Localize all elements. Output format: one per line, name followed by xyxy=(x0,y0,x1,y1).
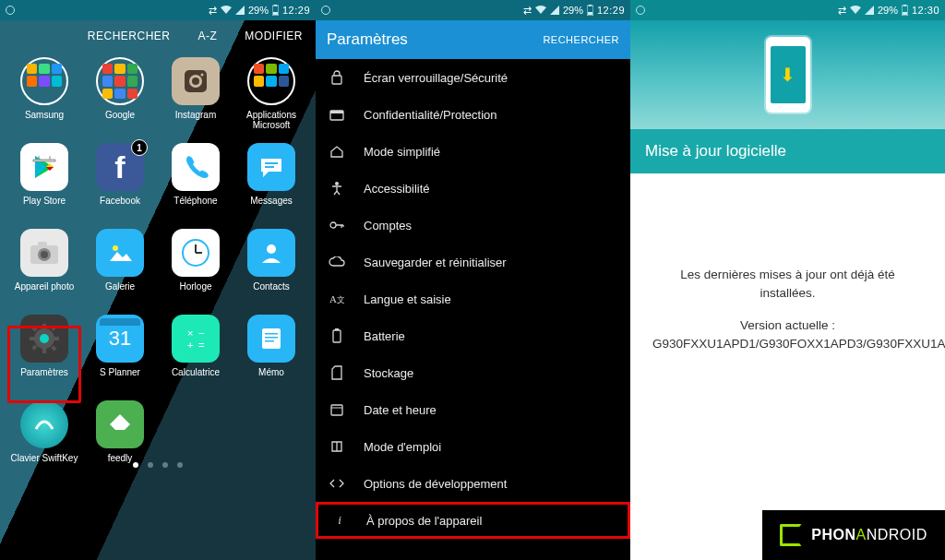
page-dot[interactable] xyxy=(148,462,153,468)
svg-rect-8 xyxy=(265,166,274,168)
page-indicator[interactable] xyxy=(0,462,316,468)
svg-rect-27 xyxy=(31,344,37,350)
feedly-icon xyxy=(96,400,144,448)
phone-illustration: ⬇ xyxy=(766,37,810,113)
app-phone[interactable]: Téléphone xyxy=(161,143,231,216)
settings-item-battery[interactable]: Batterie xyxy=(316,317,630,354)
app-label: Google xyxy=(105,110,135,130)
software-update-screen: ⇄ 29% 12:30 ⬇ Mise à jour logicielle Les… xyxy=(630,0,945,560)
battery-text: 29% xyxy=(563,5,583,16)
location-icon xyxy=(321,6,330,15)
app-facebook[interactable]: f 1 Facebook xyxy=(85,143,155,216)
gallery-icon xyxy=(96,229,144,277)
app-label: Horloge xyxy=(179,281,211,302)
settings-item-accounts[interactable]: Comptes xyxy=(316,207,630,244)
app-label: Samsung xyxy=(25,110,64,130)
app-settings[interactable]: Paramètres xyxy=(9,315,79,387)
svg-rect-39 xyxy=(332,76,341,84)
contacts-icon xyxy=(247,229,295,277)
svg-rect-2 xyxy=(273,12,278,15)
battery-icon xyxy=(587,5,593,16)
svg-rect-41 xyxy=(330,111,343,113)
status-time: 12:29 xyxy=(597,5,625,16)
app-memo[interactable]: Mémo xyxy=(236,315,306,387)
page-dot[interactable] xyxy=(133,462,138,468)
page-dot[interactable] xyxy=(162,462,168,468)
settings-search-link[interactable]: RECHERCHER xyxy=(543,34,619,45)
app-label: Calculatrice xyxy=(172,367,220,387)
svg-rect-33 xyxy=(265,333,278,335)
app-contacts[interactable]: Contacts xyxy=(236,229,306,302)
notification-badge: 1 xyxy=(131,139,148,156)
settings-item-lockscreen[interactable]: Écran verrouillage/Sécurité xyxy=(316,59,630,96)
svg-point-12 xyxy=(41,251,48,258)
battery-icon xyxy=(329,328,345,343)
app-messages[interactable]: Messages xyxy=(236,143,306,216)
drawer-search-link[interactable]: RECHERCHER xyxy=(88,30,171,42)
app-play-store[interactable]: Play Store xyxy=(9,143,79,216)
svg-point-42 xyxy=(335,182,339,185)
settings-item-label: Écran verrouillage/Sécurité xyxy=(364,71,508,85)
app-clock[interactable]: Horloge xyxy=(161,229,231,302)
app-label: Téléphone xyxy=(173,196,217,216)
calendar-icon xyxy=(329,403,345,416)
settings-item-manual[interactable]: Mode d'emploi xyxy=(316,428,630,465)
status-time: 12:29 xyxy=(282,5,310,16)
camera-icon xyxy=(20,229,68,277)
location-icon xyxy=(636,6,645,15)
svg-rect-20 xyxy=(42,324,46,329)
app-camera[interactable]: Appareil photo xyxy=(9,229,79,302)
battery-icon xyxy=(902,5,908,16)
settings-item-label: Batterie xyxy=(364,329,405,343)
settings-item-storage[interactable]: Stockage xyxy=(316,354,630,391)
play-store-icon xyxy=(20,143,68,191)
settings-item-about[interactable]: i À propos de l'appareil xyxy=(316,502,630,539)
app-label: Messages xyxy=(250,196,293,216)
svg-rect-35 xyxy=(265,340,274,342)
app-label: Contacts xyxy=(253,281,289,302)
cloud-icon xyxy=(329,256,345,268)
svg-text:A: A xyxy=(329,293,337,304)
settings-item-backup[interactable]: Sauvegarder et réinitialiser xyxy=(316,244,630,280)
app-microsoft-folder[interactable]: Applications Microsoft xyxy=(236,57,306,130)
svg-point-19 xyxy=(40,334,49,343)
app-samsung-folder[interactable]: Samsung xyxy=(9,57,79,130)
location-icon xyxy=(6,6,15,15)
swiftkey-icon xyxy=(20,400,68,448)
settings-item-label: Confidentialité/Protection xyxy=(364,108,497,122)
code-icon xyxy=(329,478,345,489)
watermark-phonandroid: PHONANDROID xyxy=(762,510,945,560)
app-instagram[interactable]: Instagram xyxy=(161,57,231,130)
svg-text:=: = xyxy=(198,340,204,351)
settings-item-privacy[interactable]: Confidentialité/Protection xyxy=(316,96,630,133)
svg-rect-34 xyxy=(265,337,278,339)
app-label: Galerie xyxy=(105,281,135,302)
download-arrow-icon: ⬇ xyxy=(780,64,795,86)
svg-rect-48 xyxy=(331,405,342,415)
lock-icon xyxy=(329,70,345,85)
drawer-edit-link[interactable]: MODIFIER xyxy=(245,30,303,42)
svg-rect-32 xyxy=(262,328,281,349)
settings-item-easymode[interactable]: Mode simplifié xyxy=(316,133,630,170)
svg-text:+: + xyxy=(187,340,193,351)
update-status-text: Les dernières mises à jour ont déjà été … xyxy=(652,266,923,302)
page-dot[interactable] xyxy=(177,462,183,468)
settings-list: Écran verrouillage/Sécurité Confidential… xyxy=(316,59,630,539)
calendar-icon: 31 xyxy=(96,315,144,363)
wifi-icon xyxy=(850,6,861,15)
settings-item-accessibility[interactable]: Accessibilité xyxy=(316,170,630,207)
update-body: Les dernières mises à jour ont déjà été … xyxy=(630,173,945,352)
app-gallery[interactable]: Galerie xyxy=(85,229,155,302)
app-splanner[interactable]: 31 S Planner xyxy=(85,315,155,387)
sdcard-icon xyxy=(329,365,345,380)
settings-item-language[interactable]: A文 Langue et saisie xyxy=(316,280,630,317)
app-google-folder[interactable]: Google xyxy=(85,57,155,130)
drawer-az-link[interactable]: A-Z xyxy=(197,30,217,42)
clock-icon xyxy=(172,229,220,277)
memo-icon xyxy=(247,315,295,363)
settings-item-datetime[interactable]: Date et heure xyxy=(316,391,630,428)
key-icon xyxy=(329,220,345,230)
app-calculator[interactable]: ×−+= Calculatrice xyxy=(161,315,231,387)
app-label: Play Store xyxy=(23,196,66,216)
settings-item-developer[interactable]: Options de développement xyxy=(316,465,630,502)
